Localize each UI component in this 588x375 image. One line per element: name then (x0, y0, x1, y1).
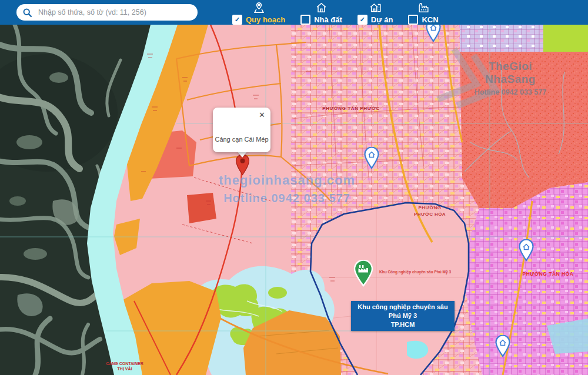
popup-close-icon[interactable]: ✕ (259, 111, 265, 119)
house-icon (315, 1, 328, 14)
factory-icon (417, 1, 430, 14)
project-buildings-icon (369, 1, 382, 14)
checkbox-quy-hoach[interactable]: ✓ (232, 15, 242, 25)
industrial-pin[interactable] (352, 260, 375, 287)
checkbox-kcn[interactable] (408, 15, 418, 25)
search-input[interactable] (37, 8, 192, 17)
industrial-zone-label[interactable]: Khu công nghiệp chuyên sâu Phú Mỹ 3 TP.H… (351, 301, 455, 331)
nav-item-quy-hoach[interactable]: ✓ Quy hoạch (232, 1, 285, 25)
map-viewport[interactable]: PHƯỜNG TÂN PHƯỚC PHƯỜNG PHƯỚC HÒA PHƯỜNG… (0, 25, 588, 375)
house-pin-top[interactable] (425, 25, 442, 42)
layer-toggle-bar: ✓ Quy hoạch Nhà đất (232, 1, 439, 25)
zone-green-top (543, 25, 588, 53)
zone-lavender (460, 25, 543, 53)
checkbox-du-an[interactable]: ✓ (358, 15, 368, 25)
nav-label-kcn: KCN (422, 15, 438, 24)
region-label-kcn-note: Khu Công nghiệp chuyên sâu Phú Mỹ 3 (379, 270, 451, 274)
house-pin-3[interactable] (495, 335, 511, 357)
nav-item-nha-dat[interactable]: Nhà đất (300, 1, 342, 25)
map-canvas[interactable] (0, 25, 588, 375)
map-application: { "header": { "search_placeholder": "Nhậ… (0, 0, 588, 375)
map-popup: ✕ Cảng cạn Cái Mép (213, 108, 270, 152)
house-pin-2[interactable] (518, 239, 534, 262)
zone-red-block (187, 193, 216, 223)
planning-map-icon (252, 1, 266, 14)
nav-label-quy-hoach: Quy hoạch (246, 15, 285, 24)
region-label-tan-phuoc: PHƯỜNG TÂN PHƯỚC (322, 106, 379, 111)
region-label-cang-1: CẢNG CONTAINER (106, 361, 143, 366)
house-pin-1[interactable] (363, 147, 380, 169)
region-label-tan-hoa: PHƯỜNG TÂN HÒA (523, 271, 574, 277)
search-icon (22, 8, 32, 18)
region-label-phuoc-hoa-1: PHƯỜNG (419, 205, 442, 211)
popup-title: Cảng cạn Cái Mép (213, 136, 270, 143)
nav-item-kcn[interactable]: KCN (408, 1, 438, 25)
nav-label-nha-dat: Nhà đất (314, 15, 342, 24)
nav-label-du-an: Dự án (371, 15, 393, 24)
top-bar: ✓ Quy hoạch Nhà đất (0, 0, 588, 25)
region-label-cang-2: THỊ VẢI (118, 366, 132, 371)
checkbox-nha-dat[interactable] (300, 15, 310, 25)
search-box[interactable] (16, 4, 198, 21)
zone-salmon (460, 52, 588, 208)
nav-item-du-an[interactable]: ✓ Dự án (358, 1, 393, 25)
region-label-phuoc-hoa-2: PHƯỚC HÒA (414, 211, 446, 217)
